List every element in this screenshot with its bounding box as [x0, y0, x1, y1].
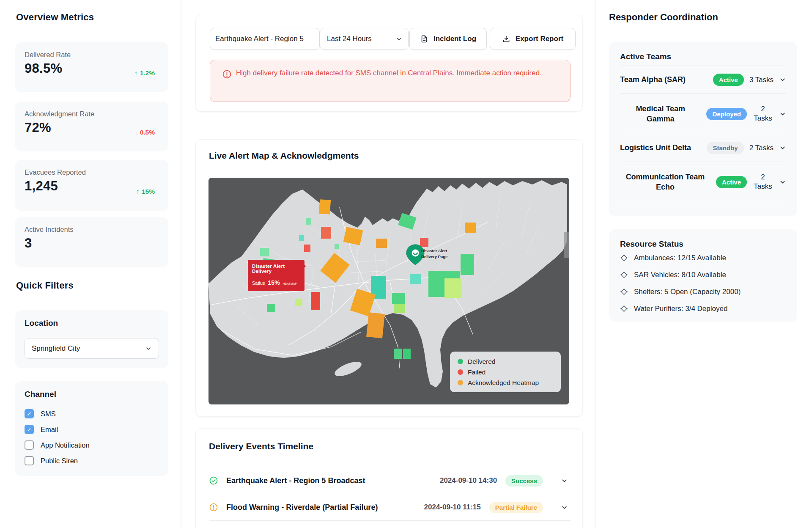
map-marker-label: Disaster Alert Delivery Page	[421, 248, 447, 260]
team-status-badge: Active	[716, 176, 747, 188]
location-select[interactable]: Springfield City	[25, 338, 159, 359]
metric-delta: ↑15%	[136, 188, 155, 195]
download-icon	[502, 35, 510, 43]
timeline-event-row[interactable]: Earthquake Alert - Region 5 Broadcast 20…	[209, 468, 571, 494]
team-row-echo[interactable]: Communication Team Echo Active 2 Tasks	[620, 162, 786, 202]
export-report-button[interactable]: Export Report	[490, 28, 576, 50]
team-row-gamma[interactable]: Medical Team Gamma Deployed 2 Tasks	[620, 94, 786, 134]
map-card: Live Alert Map & Acknowledgments	[195, 139, 583, 417]
resource-item-sar-vehicles: SAR Vehicles: 8/10 Available	[620, 267, 786, 283]
timeline-title: Delivery Events Timeline	[209, 441, 313, 451]
overview-metrics-title: Overview Metrics	[16, 12, 94, 23]
channel-option-public-siren[interactable]: Public Siren	[25, 454, 78, 467]
location-filter-card: Location Springfield City	[15, 310, 168, 368]
resource-status-heading: Resource Status	[620, 239, 786, 249]
team-status-badge: Active	[713, 74, 744, 86]
metric-label: Delivered Rate	[25, 51, 71, 59]
channel-option-email[interactable]: ✓ Email	[25, 423, 58, 436]
dashboard-root: Overview Metrics Delivered Rate 98.5% ↑1…	[0, 0, 812, 528]
checkbox-sms[interactable]: ✓	[25, 409, 34, 418]
arrow-down-icon: ↓	[134, 129, 138, 136]
metric-value: 1,245	[25, 179, 58, 194]
metric-card-evacuees: Evacuees Reported 1,245 ↑15%	[15, 160, 168, 211]
timeline-card: Delivery Events Timeline Earthquake Aler…	[195, 428, 583, 528]
metric-card-acknowledgment-rate: Acknowledgment Rate 72% ↓0.5%	[15, 102, 168, 151]
active-teams-heading: Active Teams	[620, 52, 786, 61]
legend-item-delivered: Delivered	[458, 356, 553, 367]
responder-coordination-title: Responder Coordination	[609, 12, 718, 23]
time-range-value: Last 24 Hours	[327, 35, 372, 43]
diamond-icon	[620, 305, 628, 313]
map-section-title: Live Alert Map & Acknowledgments	[209, 151, 359, 161]
diamond-icon	[620, 271, 628, 279]
document-icon	[420, 35, 428, 43]
chevron-down-icon[interactable]	[779, 76, 786, 83]
chevron-down-icon[interactable]	[779, 144, 786, 151]
alert-message: High delivery failure rate detected for …	[236, 67, 557, 79]
resource-item-shelters: Shelters: 5 Open (Capacity 2000)	[620, 284, 786, 300]
channel-option-sms[interactable]: ✓ SMS	[25, 407, 56, 420]
legend-item-acknowledged: Acknowledged Heatmap	[458, 377, 553, 388]
checkbox-email[interactable]: ✓	[25, 425, 34, 434]
team-status-badge: Deployed	[706, 108, 747, 120]
alert-circle-icon	[222, 69, 232, 79]
left-sidebar: Overview Metrics Delivered Rate 98.5% ↑1…	[0, 0, 181, 528]
tooltip-status-word: Satius	[252, 280, 265, 286]
team-status-badge: Standby	[707, 142, 743, 154]
metric-value: 3	[25, 236, 32, 251]
chevron-down-icon[interactable]	[561, 504, 568, 511]
map-delivery-tooltip: Disaster Alert Delivery Satius 15% HEATM…	[248, 260, 304, 291]
legend-dot-delivered	[458, 359, 463, 364]
incident-search-input[interactable]	[210, 28, 320, 50]
channel-label: Channel	[25, 390, 56, 399]
metric-value: 72%	[25, 120, 51, 135]
incident-log-button[interactable]: Incident Log	[409, 28, 487, 50]
diamond-icon	[620, 254, 628, 262]
resource-status-card: Resource Status Ambulances: 12/15 Availa…	[609, 229, 797, 322]
metric-value: 98.5%	[25, 61, 62, 76]
chevron-down-icon[interactable]	[779, 179, 786, 186]
diamond-icon	[620, 288, 628, 296]
alert-circle-icon	[209, 503, 218, 512]
time-range-select[interactable]: Last 24 Hours	[320, 28, 409, 50]
check-circle-icon	[209, 476, 218, 485]
location-label: Location	[25, 319, 58, 328]
tooltip-heatmap-label: HEATMAP	[283, 282, 297, 285]
chevron-down-icon	[396, 36, 402, 42]
quick-filters-title: Quick Filters	[16, 280, 74, 291]
team-row-alpha[interactable]: Team Alpha (SAR) Active 3 Tasks	[620, 66, 786, 94]
legend-dot-acknowledged	[458, 380, 463, 385]
tooltip-title: Disaster Alert Delivery	[252, 264, 300, 274]
metric-card-active-incidents: Active Incidents 3	[15, 217, 168, 267]
metric-label: Acknowledgment Rate	[25, 110, 94, 118]
panel-divider	[595, 0, 595, 528]
channel-option-app-notification[interactable]: App Notification	[25, 439, 90, 451]
alert-banner: High delivery failure rate detected for …	[210, 60, 571, 102]
active-teams-card: Active Teams Team Alpha (SAR) Active 3 T…	[609, 42, 797, 216]
chevron-down-icon[interactable]	[561, 477, 568, 484]
chevron-down-icon[interactable]	[779, 110, 786, 118]
metric-label: Evacuees Reported	[25, 168, 86, 176]
checkbox-public-siren[interactable]	[25, 456, 34, 465]
location-selected-value: Springfield City	[32, 344, 80, 353]
status-badge: Success	[505, 475, 543, 487]
metric-delta: ↓0.5%	[134, 129, 155, 136]
tooltip-percent: 15%	[268, 279, 280, 286]
metric-label: Active Incidents	[25, 226, 74, 234]
team-row-delta[interactable]: Logistics Unit Delta Standby 2 Tasks	[620, 134, 786, 162]
checkbox-app-notification[interactable]	[25, 440, 34, 450]
metric-delta: ↑1.2%	[134, 69, 155, 77]
timeline-event-row[interactable]: Flood Warning - Riverdale (Partial Failu…	[209, 494, 571, 521]
legend-item-failed: Failed	[458, 367, 553, 377]
toolbar-card: Last 24 Hours Incident Log Export Report…	[195, 15, 583, 112]
resource-item-ambulances: Ambulances: 12/15 Available	[620, 250, 786, 266]
map-legend: Delivered Failed Acknowledged Heatmap	[450, 352, 561, 392]
arrow-up-icon: ↑	[136, 188, 140, 195]
status-badge: Partial Failure	[489, 502, 543, 513]
alert-map[interactable]: Disaster Alert Delivery Satius 15% HEATM…	[208, 178, 569, 404]
legend-dot-failed	[458, 369, 463, 375]
resource-item-water-purifiers: Water Purifiers: 3/4 Deployed	[620, 301, 786, 316]
channel-filter-card: Channel ✓ SMS ✓ Email App Notification P…	[15, 381, 168, 476]
arrow-up-icon: ↑	[134, 69, 138, 77]
chevron-down-icon	[145, 345, 152, 352]
